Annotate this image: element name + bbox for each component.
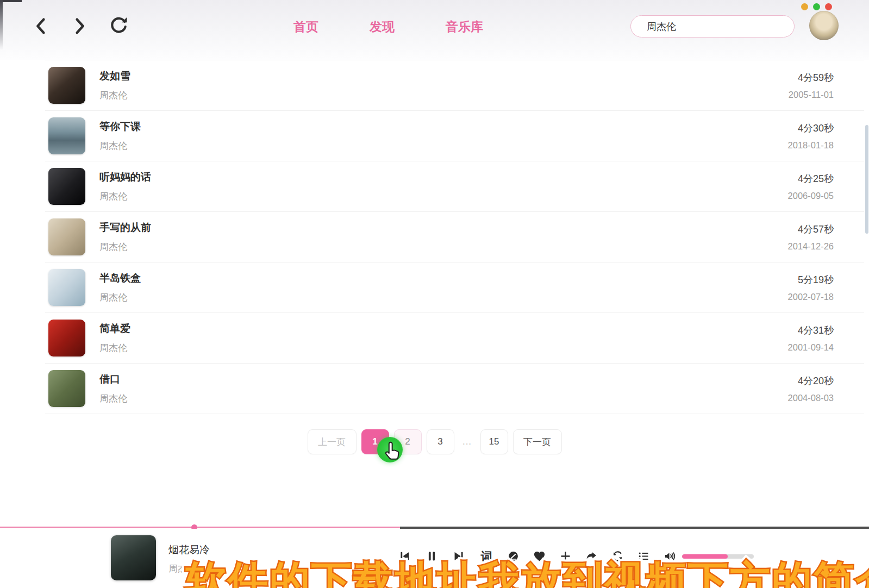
player-bar: 烟花易冷 周杰伦 词 [0, 529, 869, 588]
titlebar: 首页 发现 音乐库 [0, 0, 869, 60]
song-row[interactable]: 等你下课 周杰伦 4分30秒 2018-01-18 [45, 111, 864, 161]
song-artist: 周杰伦 [99, 241, 788, 253]
app-window: 首页 发现 音乐库 发如雪 周杰伦 4分59秒 2005-11-01 等你下课 [0, 0, 869, 588]
favorite-button[interactable] [533, 550, 546, 562]
song-title: 借口 [99, 372, 788, 386]
song-title: 等你下课 [99, 120, 788, 134]
song-artist: 周杰伦 [99, 140, 788, 152]
pagination: 上一页 1 2 3 ... 15 下一页 [0, 429, 869, 454]
song-duration: 4分30秒 [788, 122, 834, 135]
song-date: 2005-11-01 [789, 90, 834, 100]
album-cover[interactable] [48, 370, 85, 407]
add-to-playlist-button[interactable] [559, 550, 572, 562]
playback-speed-button[interactable] [507, 550, 520, 562]
song-list: 发如雪 周杰伦 4分59秒 2005-11-01 等你下课 周杰伦 4分30秒 … [45, 60, 864, 414]
next-page-button[interactable]: 下一页 [513, 429, 562, 454]
player-controls: 词 [398, 549, 676, 563]
song-duration: 4分59秒 [789, 71, 834, 84]
pause-button[interactable] [425, 549, 439, 563]
playlist-icon [637, 550, 650, 562]
song-title: 简单爱 [99, 322, 788, 336]
scrollbar-thumb[interactable] [865, 125, 868, 234]
song-date: 2001-09-14 [788, 342, 834, 353]
song-title: 半岛铁盒 [99, 271, 788, 285]
share-arrow-icon [585, 550, 598, 562]
album-cover[interactable] [48, 320, 85, 356]
refresh-button[interactable] [108, 15, 129, 37]
repeat-button[interactable] [611, 550, 624, 562]
pause-icon [425, 549, 439, 563]
tab-discover[interactable]: 发现 [370, 18, 395, 35]
volume-fill [682, 554, 728, 559]
hand-cursor-icon [381, 441, 401, 464]
heart-icon [533, 550, 546, 562]
now-playing-title: 烟花易冷 [168, 543, 210, 557]
song-row[interactable]: 借口 周杰伦 4分20秒 2004-08-03 [45, 364, 864, 414]
now-playing-artist: 周杰伦 [168, 562, 196, 575]
song-row[interactable]: 手写的从前 周杰伦 4分57秒 2014-12-26 [45, 212, 864, 262]
song-artist: 周杰伦 [99, 342, 788, 354]
traffic-light-minimize[interactable] [801, 3, 808, 10]
song-duration: 4分25秒 [788, 172, 834, 185]
tab-home[interactable]: 首页 [293, 18, 318, 35]
song-title: 手写的从前 [99, 221, 788, 235]
main-nav: 首页 发现 音乐库 [293, 18, 483, 35]
album-cover[interactable] [48, 67, 85, 104]
song-row[interactable]: 发如雪 周杰伦 4分59秒 2005-11-01 [45, 60, 864, 111]
traffic-light-close[interactable] [825, 3, 832, 10]
back-button[interactable] [30, 15, 52, 37]
song-row[interactable]: 听妈妈的话 周杰伦 4分25秒 2006-09-05 [45, 161, 864, 212]
song-duration: 4分31秒 [788, 324, 834, 337]
speaker-icon [664, 550, 676, 562]
page-button-3[interactable]: 3 [427, 429, 454, 454]
album-cover[interactable] [48, 218, 85, 255]
page-button-15[interactable]: 15 [480, 429, 508, 454]
window-edge-left [0, 0, 3, 50]
album-cover[interactable] [48, 269, 85, 306]
traffic-light-zoom[interactable] [813, 3, 820, 10]
prev-page-button[interactable]: 上一页 [308, 429, 357, 454]
next-track-button[interactable] [452, 549, 466, 563]
song-date: 2002-07-18 [788, 292, 834, 302]
album-cover[interactable] [48, 168, 85, 205]
search-input[interactable] [630, 15, 795, 37]
next-track-icon [452, 549, 466, 563]
chevron-right-icon [68, 29, 90, 39]
lyrics-button[interactable]: 词 [479, 550, 493, 562]
seek-track-played [0, 527, 400, 528]
chevron-left-icon [30, 29, 52, 39]
previous-track-icon [398, 549, 411, 563]
window-edge-top [0, 0, 22, 2]
plus-icon [559, 550, 572, 562]
song-artist: 周杰伦 [99, 392, 788, 405]
song-title: 发如雪 [99, 69, 789, 83]
tab-library[interactable]: 音乐库 [446, 18, 483, 35]
forward-button[interactable] [68, 15, 90, 37]
song-artist: 周杰伦 [99, 291, 788, 304]
volume-slider[interactable] [682, 554, 754, 559]
song-duration: 4分57秒 [788, 223, 834, 236]
seek-track-remaining [400, 527, 869, 529]
song-row[interactable]: 半岛铁盒 周杰伦 5分19秒 2002-07-18 [45, 262, 864, 313]
refresh-icon [108, 29, 129, 39]
song-duration: 4分20秒 [788, 374, 834, 387]
now-playing-cover[interactable] [111, 535, 156, 580]
share-button[interactable] [585, 550, 598, 562]
song-date: 2004-08-03 [788, 393, 834, 403]
album-cover[interactable] [48, 117, 85, 154]
song-title: 听妈妈的话 [99, 170, 788, 184]
play-queue-button[interactable] [637, 550, 650, 562]
song-artist: 周杰伦 [99, 190, 788, 203]
user-avatar[interactable] [809, 11, 839, 40]
repeat-icon [611, 550, 624, 562]
song-date: 2018-01-18 [788, 140, 834, 151]
song-row[interactable]: 简单爱 周杰伦 4分31秒 2001-09-14 [45, 313, 864, 364]
song-artist: 周杰伦 [99, 89, 789, 102]
previous-track-button[interactable] [398, 549, 411, 563]
speedometer-icon [507, 550, 520, 562]
song-duration: 5分19秒 [788, 273, 834, 286]
volume-button[interactable] [664, 550, 676, 562]
page-ellipsis: ... [459, 436, 476, 447]
song-date: 2006-09-05 [788, 191, 834, 201]
song-date: 2014-12-26 [788, 241, 834, 252]
